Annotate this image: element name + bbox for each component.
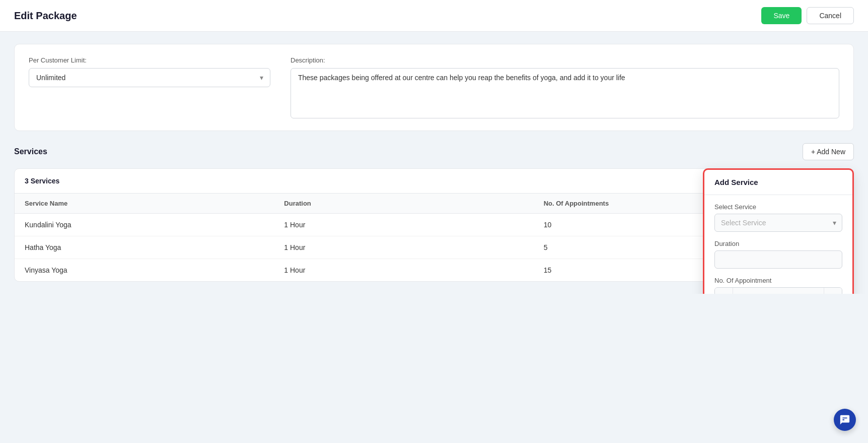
add-new-button[interactable]: + Add New bbox=[803, 143, 854, 160]
panel-select-service-label: Select Service bbox=[714, 203, 842, 211]
description-group: Description: bbox=[291, 56, 839, 118]
cell-duration: 1 Hour bbox=[284, 266, 543, 274]
services-header: Services + Add New bbox=[14, 143, 854, 160]
add-service-panel: Add Service Select Service Select Servic… bbox=[703, 168, 854, 294]
main-content: Per Customer Limit: Unlimited Descriptio… bbox=[0, 32, 868, 294]
per-customer-limit-select-wrapper: Unlimited bbox=[29, 68, 270, 87]
description-textarea[interactable] bbox=[291, 68, 839, 118]
cell-service-name: Kundalini Yoga bbox=[25, 221, 284, 229]
cell-service-name: Hatha Yoga bbox=[25, 243, 284, 251]
panel-header: Add Service bbox=[704, 170, 852, 195]
panel-title: Add Service bbox=[714, 178, 758, 186]
cell-service-name: Vinyasa Yoga bbox=[25, 266, 284, 274]
stepper-plus-button[interactable]: + bbox=[824, 288, 842, 294]
duration-input[interactable] bbox=[714, 250, 842, 269]
page-title: Edit Package bbox=[14, 10, 77, 22]
services-content-area: 3 Services Service Name Duration No. Of … bbox=[14, 168, 854, 282]
panel-select-service-group: Select Service Select Service bbox=[714, 203, 842, 232]
form-row: Per Customer Limit: Unlimited Descriptio… bbox=[29, 56, 839, 118]
panel-appointment-label: No. Of Appointment bbox=[714, 277, 842, 284]
per-customer-limit-label: Per Customer Limit: bbox=[29, 56, 270, 64]
cell-duration: 1 Hour bbox=[284, 221, 543, 229]
description-label: Description: bbox=[291, 56, 839, 64]
stepper-minus-button[interactable]: − bbox=[715, 288, 733, 294]
panel-body: Select Service Select Service Duration N… bbox=[704, 195, 852, 294]
panel-duration-label: Duration bbox=[714, 240, 842, 247]
cell-duration: 1 Hour bbox=[284, 243, 543, 251]
col-service-name: Service Name bbox=[25, 200, 284, 207]
panel-duration-group: Duration bbox=[714, 240, 842, 269]
appointment-stepper: − + bbox=[714, 287, 842, 294]
page-header: Edit Package Save Cancel bbox=[0, 0, 868, 32]
header-actions: Save Cancel bbox=[761, 7, 854, 24]
panel-appointment-group: No. Of Appointment − + bbox=[714, 277, 842, 294]
form-card: Per Customer Limit: Unlimited Descriptio… bbox=[14, 44, 854, 131]
service-select[interactable]: Select Service bbox=[714, 214, 842, 232]
panel-select-wrapper: Select Service bbox=[714, 214, 842, 232]
cancel-button[interactable]: Cancel bbox=[807, 7, 854, 24]
col-duration: Duration bbox=[284, 200, 543, 207]
save-button[interactable]: Save bbox=[761, 7, 802, 24]
per-customer-limit-select[interactable]: Unlimited bbox=[29, 68, 270, 87]
per-customer-limit-group: Per Customer Limit: Unlimited bbox=[29, 56, 270, 118]
services-title: Services bbox=[14, 147, 47, 156]
appointment-count-input[interactable] bbox=[733, 289, 824, 294]
